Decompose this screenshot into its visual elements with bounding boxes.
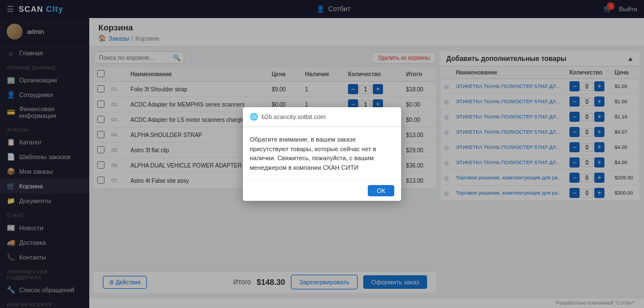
modal-box: 🌐 b2b.scancity.sotbit.com Обратите внима… (243, 107, 401, 201)
modal-ok-button[interactable]: ОК (368, 185, 394, 196)
modal-body: Обратите внимание, в вашем заказе присут… (243, 127, 401, 180)
modal-footer: ОК (243, 180, 401, 201)
modal-message: Обратите внимание, в вашем заказе присут… (250, 136, 376, 171)
modal-overlay: 🌐 b2b.scancity.sotbit.com Обратите внима… (0, 0, 644, 308)
modal-header: 🌐 b2b.scancity.sotbit.com (243, 107, 401, 127)
globe-icon: 🌐 (250, 113, 258, 121)
modal-domain: b2b.scancity.sotbit.com (262, 113, 326, 120)
